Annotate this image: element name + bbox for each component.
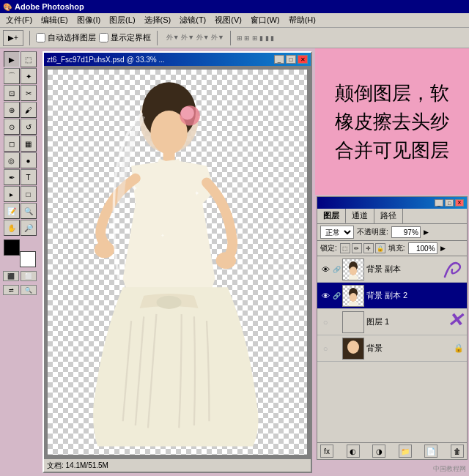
tool-gradient[interactable]: ▦: [21, 135, 37, 152]
menu-select[interactable]: 选择(S): [140, 13, 176, 27]
blend-mode-select[interactable]: 正常: [320, 226, 354, 239]
tool-text[interactable]: T: [21, 169, 37, 185]
adjustment-layer-btn[interactable]: ◑: [372, 445, 385, 458]
new-layer-btn[interactable]: 📄: [424, 445, 437, 458]
menu-bar: 文件(F) 编辑(E) 图像(I) 图层(L) 选择(S) 滤镜(T) 视图(V…: [0, 13, 469, 28]
layer-thumb-bg-copy: [342, 259, 364, 280]
tool-path-select[interactable]: ▸: [4, 186, 20, 202]
menu-view[interactable]: 视图(V): [210, 13, 246, 27]
tool-slice[interactable]: ✂: [21, 85, 37, 101]
tool-blur[interactable]: ◎: [4, 152, 20, 168]
tool-eyedrop[interactable]: 🔍: [21, 203, 37, 219]
tab-channels[interactable]: 通道: [346, 209, 374, 223]
layer-item-bg-copy2[interactable]: 👁 🔗 背景 副本 2: [317, 283, 467, 309]
quick-mask-btn[interactable]: ⬛: [3, 271, 19, 281]
tool-row-11: ✋ 🔎: [4, 220, 37, 236]
layer-thumb-layer1: [342, 311, 364, 333]
lock-transparent-btn[interactable]: ⬚: [340, 243, 350, 253]
foreground-color[interactable]: [4, 239, 20, 256]
panel-lock-controls: 锁定: ⬚ ✏ ✛ 🔒 填充: ▶: [317, 241, 467, 256]
panel-tabs: 图层 通道 路径: [317, 209, 467, 224]
menu-edit[interactable]: 编辑(E): [37, 13, 73, 27]
tool-clone[interactable]: ⊙: [4, 119, 20, 135]
menu-layer[interactable]: 图层(L): [105, 13, 139, 27]
tool-row-1: ▶ ⬚: [4, 51, 37, 67]
zoom-btn[interactable]: 🔍: [21, 285, 37, 295]
doc-minimize-btn[interactable]: _: [274, 55, 284, 64]
tool-row-4: ⊕ 🖌: [4, 102, 37, 118]
show-bounds-checkbox[interactable]: 显示定界框: [99, 32, 151, 43]
lock-image-btn[interactable]: ✏: [352, 243, 362, 253]
tab-paths[interactable]: 路径: [374, 209, 403, 223]
fill-input[interactable]: [408, 242, 437, 254]
tool-crop[interactable]: ⊡: [4, 85, 20, 101]
menu-image[interactable]: 图像(I): [73, 13, 105, 27]
fill-arrow[interactable]: ▶: [440, 245, 446, 252]
svg-point-19: [347, 341, 359, 354]
layer-eye-bg-copy[interactable]: 👁: [320, 264, 330, 275]
layer-link-background[interactable]: [333, 343, 340, 354]
opacity-arrow[interactable]: ▶: [424, 228, 429, 236]
layer-eye-bg-copy2[interactable]: 👁: [320, 291, 330, 301]
layer-eye-background[interactable]: ○: [320, 343, 330, 354]
auto-select-input[interactable]: [36, 33, 45, 42]
auto-select-checkbox[interactable]: 自动选择图层: [36, 32, 96, 43]
menu-filter[interactable]: 滤镜(T): [175, 13, 210, 27]
lock-move-btn[interactable]: ✛: [363, 243, 374, 253]
menu-help[interactable]: 帮助(H): [284, 13, 320, 27]
screen-mode-btn[interactable]: ⬜: [21, 271, 37, 281]
tool-notes[interactable]: 📝: [4, 203, 20, 219]
svg-point-8: [156, 296, 181, 309]
fill-label: 填充:: [388, 243, 405, 253]
panel-maximize-btn[interactable]: □: [445, 199, 454, 207]
panel-close-btn[interactable]: ✕: [455, 199, 464, 207]
svg-point-13: [350, 267, 357, 275]
tool-magic-wand[interactable]: ✦: [21, 68, 37, 84]
opacity-input[interactable]: [391, 226, 421, 238]
layer-link-bg-copy2[interactable]: 🔗: [333, 291, 340, 301]
tool-shape[interactable]: □: [21, 186, 37, 202]
tab-layers[interactable]: 图层: [317, 209, 346, 223]
app-title: Adobe Photoshop: [15, 2, 84, 11]
delete-layer-btn[interactable]: 🗑: [451, 445, 464, 458]
instruction-area: 颠倒图层，软橡皮擦去头纱合并可见图层: [315, 48, 469, 195]
tool-move[interactable]: ▶: [4, 51, 20, 67]
layer-group-btn[interactable]: 📁: [399, 445, 412, 458]
tool-heal[interactable]: ⊕: [4, 102, 20, 118]
lock-all-btn[interactable]: 🔒: [375, 243, 385, 253]
layer-item-background[interactable]: ○ 背景 🔒: [317, 335, 467, 362]
tool-zoom[interactable]: 🔎: [21, 220, 37, 236]
move-tool-btn[interactable]: ▶+: [3, 30, 23, 46]
doc-maximize-btn[interactable]: □: [286, 55, 296, 64]
show-bounds-input[interactable]: [99, 33, 108, 42]
layer-item-bg-copy[interactable]: 👁 🔗 背景 副本: [317, 256, 467, 283]
canvas-checkerboard[interactable]: ✦ ✦ ✦: [48, 70, 307, 455]
document-status-bar: 文档: 14.1M/51.5M: [44, 458, 311, 472]
tool-hand[interactable]: ✋: [4, 220, 20, 236]
tool-pen[interactable]: ✒: [4, 169, 20, 185]
color-swatches[interactable]: [4, 239, 36, 267]
layer-eye-layer1[interactable]: ○: [320, 317, 330, 327]
tool-eraser[interactable]: ◻: [4, 135, 20, 152]
layer-link-bg-copy[interactable]: 🔗: [333, 264, 340, 275]
tool-select-rect[interactable]: ⬚: [21, 51, 37, 67]
tool-history[interactable]: ↺: [21, 119, 37, 135]
app-icon: 🎨: [3, 3, 12, 11]
panel-minimize-btn[interactable]: _: [435, 199, 443, 207]
doc-close-btn[interactable]: ✕: [298, 55, 308, 64]
background-color[interactable]: [20, 251, 36, 267]
extra-tools: ⬛ ⬜: [3, 271, 37, 281]
menu-file[interactable]: 文件(F): [1, 13, 37, 27]
jump-to-btn[interactable]: ⇌: [3, 285, 19, 295]
tool-dodge[interactable]: ●: [21, 152, 37, 168]
tool-lasso[interactable]: ⌒: [4, 68, 20, 84]
menu-window[interactable]: 窗口(W): [246, 13, 284, 27]
layer-mask-btn[interactable]: ◐: [347, 445, 360, 458]
layer-item-layer1[interactable]: ○ 图层 1 ✕: [317, 309, 467, 335]
layer-name-background: 背景: [366, 343, 451, 354]
svg-point-4: [181, 106, 194, 119]
layer-link-layer1[interactable]: [333, 317, 340, 327]
tool-row-8: ✒ T: [4, 169, 37, 185]
tool-brush[interactable]: 🖌: [21, 102, 37, 118]
layer-style-btn[interactable]: fx: [320, 445, 333, 458]
